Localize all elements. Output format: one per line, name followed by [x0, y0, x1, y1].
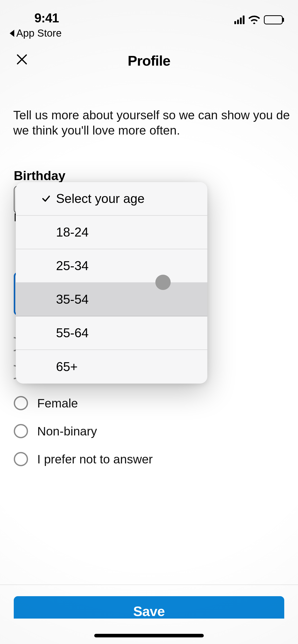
touch-indicator-icon: [155, 275, 171, 290]
option-label: Select your age: [56, 191, 144, 206]
back-to-appstore[interactable]: App Store: [0, 25, 298, 39]
radio-label: Non-binary: [37, 424, 97, 438]
save-label: Save: [133, 603, 165, 619]
radio-icon: [14, 424, 28, 438]
cellular-signal-icon: [234, 16, 245, 24]
status-icons: [234, 15, 283, 25]
option-label: 65+: [56, 359, 78, 374]
gender-option-prefer-not[interactable]: I prefer not to answer: [14, 445, 284, 473]
wifi-icon: [249, 16, 260, 24]
home-indicator[interactable]: [94, 634, 204, 637]
option-label: 35-54: [56, 292, 89, 307]
intro-line-2: we think you'll love more often.: [13, 123, 285, 138]
status-bar: 9:41: [0, 0, 298, 25]
checkmark-icon: [41, 194, 51, 203]
option-label: 25-34: [56, 258, 89, 273]
age-option-35-54[interactable]: 35-54: [16, 283, 207, 316]
age-option-55-64[interactable]: 55-64: [16, 316, 207, 350]
page-title: Profile: [128, 52, 170, 69]
battery-icon: [264, 15, 283, 24]
radio-icon: [14, 396, 28, 410]
radio-label: Female: [37, 396, 78, 410]
intro-line-1: Tell us more about yourself so we can sh…: [13, 108, 285, 123]
age-option-65-plus[interactable]: 65+: [16, 350, 207, 384]
age-option-18-24[interactable]: 18-24: [16, 216, 207, 249]
age-option-25-34[interactable]: 25-34: [16, 249, 207, 283]
close-icon[interactable]: [13, 50, 31, 71]
status-time: 9:41: [34, 11, 59, 25]
age-option-placeholder[interactable]: Select your age: [16, 182, 207, 216]
option-label: 55-64: [56, 326, 89, 340]
radio-icon: [14, 452, 28, 466]
age-dropdown[interactable]: Select your age 18-24 25-34 35-54 55-64 …: [16, 182, 207, 384]
save-button[interactable]: Save: [14, 596, 284, 619]
option-label: 18-24: [56, 225, 89, 240]
intro-text: Tell us more about yourself so we can sh…: [0, 108, 298, 138]
back-label: App Store: [16, 27, 62, 39]
nav-header: Profile: [0, 49, 298, 72]
radio-label: I prefer not to answer: [37, 452, 153, 466]
back-triangle-icon: [10, 30, 14, 37]
birthday-label: Birthday: [0, 168, 298, 183]
gender-option-female[interactable]: Female: [14, 389, 284, 417]
gender-option-nonbinary[interactable]: Non-binary: [14, 417, 284, 445]
